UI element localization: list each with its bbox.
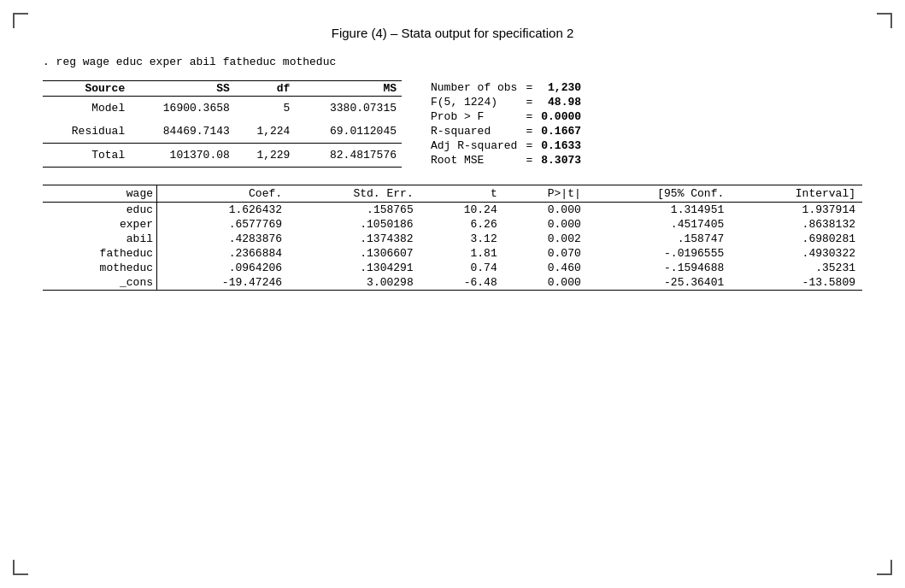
var-educ: educ <box>43 203 157 218</box>
stat-eq: = <box>520 109 538 124</box>
header-ci-hi: Interval] <box>731 185 862 203</box>
ci-lo-fatheduc: -.0196555 <box>588 246 732 261</box>
stat-eq: = <box>520 124 538 138</box>
t-exper: 6.26 <box>420 217 504 232</box>
corner-mark-br <box>877 560 892 575</box>
coef-header-row: wage Coef. Std. Err. t P>|t| [95% Conf. … <box>43 185 862 203</box>
coefficient-table: wage Coef. Std. Err. t P>|t| [95% Conf. … <box>43 185 862 291</box>
var-exper: exper <box>43 217 157 232</box>
se-motheduc: .1304291 <box>289 261 420 275</box>
p-cons: 0.000 <box>504 275 588 291</box>
row-residual-ms: 69.0112045 <box>295 120 402 143</box>
summary-stats-table: Number of obs = 1,230 F(5, 1224) = 48.98… <box>427 80 585 168</box>
summary-stats: Number of obs = 1,230 F(5, 1224) = 48.98… <box>402 80 862 168</box>
header-ci-lo: [95% Conf. <box>588 185 732 203</box>
stata-output: Source SS df MS Model 16900.3658 5 3380.… <box>26 80 879 291</box>
stat-label: Root MSE <box>427 153 520 168</box>
se-fatheduc: .1306607 <box>289 246 420 261</box>
row-total-ms: 82.4817576 <box>295 143 402 167</box>
table-row: Model 16900.3658 5 3380.07315 <box>43 97 402 120</box>
figure-title: Figure (4) – Stata output for specificat… <box>26 26 879 40</box>
list-item: Number of obs = 1,230 <box>427 80 585 95</box>
row-model-df: 5 <box>235 97 296 120</box>
t-educ: 10.24 <box>420 203 504 218</box>
coef-fatheduc: .2366884 <box>157 246 290 261</box>
header-df: df <box>235 81 296 97</box>
p-educ: 0.000 <box>504 203 588 218</box>
ci-lo-cons: -25.36401 <box>588 275 732 291</box>
p-exper: 0.000 <box>504 217 588 232</box>
ci-hi-cons: -13.5809 <box>731 275 862 291</box>
ci-lo-educ: 1.314951 <box>588 203 732 218</box>
stat-eq: = <box>520 80 538 95</box>
se-abil: .1374382 <box>289 232 420 246</box>
row-residual-source: Residual <box>43 120 128 143</box>
stat-label: Adj R-squared <box>427 138 520 153</box>
coef-cons: -19.47246 <box>157 275 290 291</box>
row-total-df: 1,229 <box>235 143 296 167</box>
coef-educ: 1.626432 <box>157 203 290 218</box>
table-row: Total 101370.08 1,229 82.4817576 <box>43 143 402 167</box>
list-item: Prob > F = 0.0000 <box>427 109 585 124</box>
list-item: F(5, 1224) = 48.98 <box>427 95 585 109</box>
header-ms: MS <box>295 81 402 97</box>
row-total-ss: 101370.08 <box>128 143 235 167</box>
t-cons: -6.48 <box>420 275 504 291</box>
table-row: motheduc .0964206 .1304291 0.74 0.460 -.… <box>43 261 862 275</box>
header-t: t <box>420 185 504 203</box>
t-fatheduc: 1.81 <box>420 246 504 261</box>
t-abil: 3.12 <box>420 232 504 246</box>
ci-lo-motheduc: -.1594688 <box>588 261 732 275</box>
stat-label: Number of obs <box>427 80 520 95</box>
coef-motheduc: .0964206 <box>157 261 290 275</box>
header-ss: SS <box>128 81 235 97</box>
stat-eq: = <box>520 95 538 109</box>
ci-lo-abil: .158747 <box>588 232 732 246</box>
stats-section: Source SS df MS Model 16900.3658 5 3380.… <box>43 80 862 168</box>
row-residual-df: 1,224 <box>235 120 296 143</box>
header-depvar: wage <box>43 185 157 203</box>
table-row: _cons -19.47246 3.00298 -6.48 0.000 -25.… <box>43 275 862 291</box>
table-row: fatheduc .2366884 .1306607 1.81 0.070 -.… <box>43 246 862 261</box>
p-fatheduc: 0.070 <box>504 246 588 261</box>
ci-hi-educ: 1.937914 <box>731 203 862 218</box>
ci-hi-fatheduc: .4930322 <box>731 246 862 261</box>
coef-exper: .6577769 <box>157 217 290 232</box>
stat-val: 0.1667 <box>538 124 585 138</box>
table-row: educ 1.626432 .158765 10.24 0.000 1.3149… <box>43 203 862 218</box>
stat-val: 1,230 <box>538 80 585 95</box>
anova-table: Source SS df MS Model 16900.3658 5 3380.… <box>43 80 402 168</box>
se-cons: 3.00298 <box>289 275 420 291</box>
table-row: Residual 84469.7143 1,224 69.0112045 <box>43 120 402 143</box>
ci-lo-exper: .4517405 <box>588 217 732 232</box>
table-row: exper .6577769 .1050186 6.26 0.000 .4517… <box>43 217 862 232</box>
header-source: Source <box>43 81 128 97</box>
list-item: Root MSE = 8.3073 <box>427 153 585 168</box>
header-se: Std. Err. <box>289 185 420 203</box>
p-motheduc: 0.460 <box>504 261 588 275</box>
corner-mark-tr <box>877 13 892 28</box>
t-motheduc: 0.74 <box>420 261 504 275</box>
ci-hi-exper: .8638132 <box>731 217 862 232</box>
stat-val: 0.0000 <box>538 109 585 124</box>
stat-label: R-squared <box>427 124 520 138</box>
var-motheduc: motheduc <box>43 261 157 275</box>
row-residual-ss: 84469.7143 <box>128 120 235 143</box>
table-row: abil .4283876 .1374382 3.12 0.002 .15874… <box>43 232 862 246</box>
ci-hi-motheduc: .35231 <box>731 261 862 275</box>
stat-val: 48.98 <box>538 95 585 109</box>
row-model-ms: 3380.07315 <box>295 97 402 120</box>
header-p: P>|t| <box>504 185 588 203</box>
coef-abil: .4283876 <box>157 232 290 246</box>
var-fatheduc: fatheduc <box>43 246 157 261</box>
stat-val: 0.1633 <box>538 138 585 153</box>
row-model-source: Model <box>43 97 128 120</box>
p-abil: 0.002 <box>504 232 588 246</box>
stat-label: F(5, 1224) <box>427 95 520 109</box>
stata-command: . reg wage educ exper abil fatheduc moth… <box>26 56 879 68</box>
var-cons: _cons <box>43 275 157 291</box>
corner-mark-bl <box>13 560 28 575</box>
header-coef: Coef. <box>157 185 290 203</box>
list-item: R-squared = 0.1667 <box>427 124 585 138</box>
var-abil: abil <box>43 232 157 246</box>
